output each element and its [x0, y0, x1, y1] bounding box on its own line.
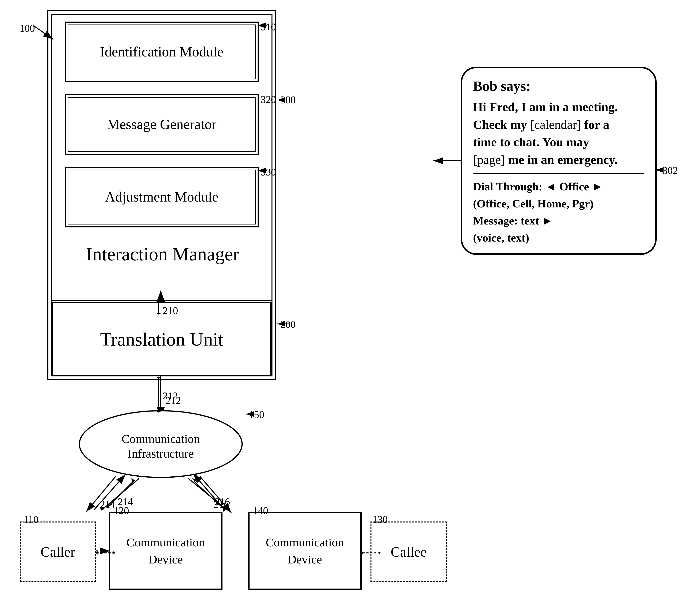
- popup-dial-options: (Office, Cell, Home, Pgr): [473, 195, 644, 212]
- interaction-manager-label: Interaction Manager: [67, 243, 259, 265]
- popup-body: Hi Fred, I am in a meeting. Check my [ca…: [473, 98, 644, 169]
- svg-marker-36: [156, 313, 162, 315]
- popup-message-options: (voice, text): [473, 229, 644, 246]
- ref-310-arrow: [257, 23, 268, 28]
- message-generator-label: Message Generator: [107, 115, 216, 134]
- ref-130-label: 130: [373, 514, 388, 525]
- ref-150-arrow: [245, 411, 261, 418]
- svg-marker-50: [96, 551, 98, 554]
- label-212: 212: [163, 390, 178, 402]
- identification-module-label: Identification Module: [100, 43, 224, 61]
- label-216: 216: [215, 496, 230, 508]
- ref-302-arrow: [655, 167, 671, 173]
- translation-unit-label: Translation Unit: [100, 329, 224, 350]
- svg-marker-49: [113, 551, 115, 554]
- svg-marker-52: [379, 551, 381, 554]
- popup-message-row: Message: text ►: [473, 212, 644, 229]
- svg-marker-35: [156, 300, 162, 302]
- popup-page-bracket: [page]: [473, 153, 505, 167]
- message-popup: Bob says: Hi Fred, I am in a meeting. Ch…: [461, 67, 657, 255]
- svg-marker-38: [156, 377, 162, 378]
- popup-footer: Dial Through: ◄ Office ► (Office, Cell, …: [473, 178, 644, 246]
- popup-divider: [473, 173, 644, 174]
- caller-box: Caller: [20, 521, 96, 582]
- ref-100-label: 100: [20, 23, 35, 34]
- svg-marker-47: [192, 478, 198, 481]
- popup-message-value: text ►: [521, 214, 553, 227]
- ref-110-label: 110: [24, 514, 38, 525]
- comm-device-1: Communication Device: [109, 512, 223, 590]
- ref-320-label: 320: [261, 94, 276, 105]
- diagram-container: 210 212 214 216 100 300 Identif: [0, 0, 700, 616]
- message-generator-inner: Message Generator: [67, 97, 256, 152]
- identification-module-inner: Identification Module: [67, 25, 256, 79]
- popup-dial-label: Dial Through:: [473, 180, 542, 193]
- adjustment-module-inner: Adjustment Module: [67, 170, 256, 224]
- ref-330-arrow: [257, 168, 268, 173]
- arrow-device-callee: [361, 549, 381, 557]
- popup-body-page: [page] me in an emergency.: [473, 153, 618, 167]
- comm-infra-svg: Communication Infrastructure: [78, 410, 243, 478]
- svg-marker-39: [156, 411, 162, 413]
- adjustment-module-label: Adjustment Module: [105, 188, 218, 206]
- comm-device-1-label: Communication Device: [110, 534, 221, 568]
- popup-dial-value: ◄ Office ►: [545, 180, 603, 193]
- popup-body-check: Check my [calendar] for a: [473, 118, 609, 132]
- svg-text:Infrastructure: Infrastructure: [128, 447, 194, 460]
- label-210: 210: [163, 305, 178, 317]
- popup-calendar-bracket: [calendar]: [530, 118, 581, 132]
- ref-300-arrow: [276, 96, 292, 104]
- popup-message-label: Message:: [473, 214, 518, 227]
- svg-marker-53: [361, 551, 363, 554]
- comm-device-2-label: Communication Device: [250, 534, 360, 568]
- arrow-caller-device: [96, 549, 115, 557]
- label-214: 214: [117, 496, 133, 508]
- ref-140-label: 140: [253, 505, 268, 516]
- popup-body-line1: Hi Fred, I am in a meeting.: [473, 100, 618, 114]
- svg-text:Communication: Communication: [122, 432, 200, 445]
- popup-dial-through: Dial Through: ◄ Office ►: [473, 178, 644, 195]
- ref-200-arrow: [276, 321, 292, 328]
- comm-device-2: Communication Device: [248, 512, 362, 590]
- popup-title: Bob says:: [473, 78, 644, 94]
- callee-box: Callee: [371, 521, 447, 582]
- popup-body-time: time to chat. You may: [473, 135, 589, 149]
